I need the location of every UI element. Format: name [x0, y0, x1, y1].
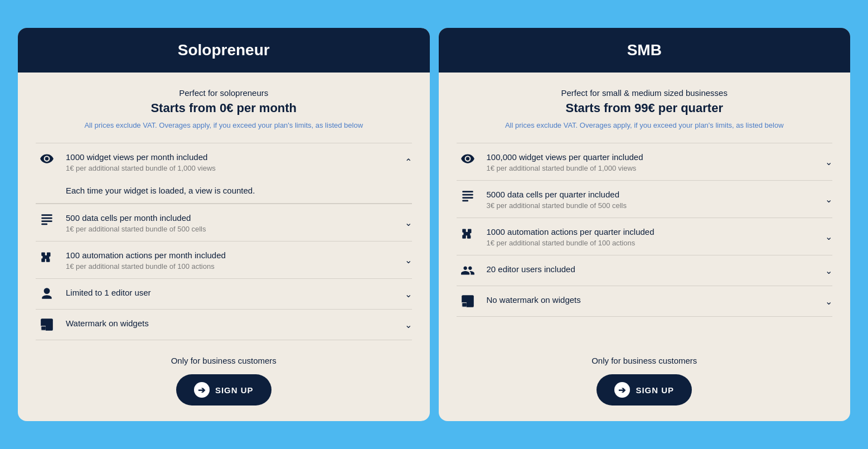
solopreneur-data-cells-subtitle: 1€ per additional started bundle of 500 …	[66, 225, 399, 233]
smb-title: SMB	[452, 41, 837, 59]
solopreneur-widget-views-title: 1000 widget views per month included	[66, 151, 399, 163]
smb-data-cells-item[interactable]: 5000 data cells per quarter included 3€ …	[457, 180, 833, 218]
solopreneur-widget-views-item[interactable]: 1000 widget views per month included 1€ …	[36, 143, 412, 180]
svg-rect-2	[41, 220, 52, 222]
solopreneur-watermark-title: Watermark on widgets	[66, 317, 399, 329]
smb-header: SMB	[439, 28, 851, 73]
data-icon	[36, 212, 58, 226]
solopreneur-user-item[interactable]: Limited to 1 editor user ⌄	[36, 278, 412, 309]
solopreneur-title: Solopreneur	[31, 41, 416, 59]
solopreneur-price: Starts from 0€ per month	[36, 101, 412, 115]
chevron-up-icon: ⌃	[405, 157, 412, 167]
smb-data-cells-text: 5000 data cells per quarter included 3€ …	[487, 189, 820, 210]
solopreneur-data-cells-text: 500 data cells per month included 1€ per…	[66, 212, 399, 233]
solopreneur-user-title: Limited to 1 editor user	[66, 287, 399, 298]
cards-wrapper: Solopreneur Perfect for solopreneurs Sta…	[9, 19, 859, 430]
smb-watermark-title: No watermark on widgets	[487, 294, 820, 306]
solopreneur-data-cells-title: 500 data cells per month included	[66, 212, 399, 224]
solopreneur-signup-label: SIGN UP	[215, 385, 254, 395]
users-icon	[457, 263, 479, 278]
svg-rect-1	[41, 218, 52, 219]
chevron-down-icon: ⌄	[405, 255, 412, 265]
chevron-down-icon: ⌄	[825, 231, 832, 242]
smb-automation-text: 1000 automation actions per quarter incl…	[487, 226, 820, 247]
solopreneur-signup-button[interactable]: ➔ SIGN UP	[176, 374, 271, 405]
smb-automation-item[interactable]: 1000 automation actions per quarter incl…	[457, 218, 833, 255]
solopreneur-subtitle: Perfect for solopreneurs	[36, 88, 412, 98]
chevron-down-icon: ⌄	[825, 265, 832, 276]
smb-automation-title: 1000 automation actions per quarter incl…	[487, 226, 820, 238]
smb-widget-views-subtitle: 1€ per additional started bundle of 1,00…	[487, 164, 820, 172]
smb-users-text: 20 editor users included	[487, 263, 820, 275]
smb-widget-views-text: 100,000 widget views per quarter include…	[487, 151, 820, 172]
solopreneur-automation-text: 100 automation actions per month include…	[66, 249, 399, 271]
svg-rect-7	[462, 191, 473, 192]
smb-vat-note: All prices exclude VAT. Overages apply, …	[457, 121, 833, 129]
eye-icon	[36, 151, 58, 166]
watermark-icon	[36, 317, 58, 332]
svg-rect-10	[462, 200, 468, 202]
smb-automation-subtitle: 1€ per additional started bundle of 100 …	[487, 239, 820, 247]
solopreneur-header: Solopreneur	[18, 28, 430, 73]
signup-arrow-icon: ➔	[194, 382, 210, 398]
automation-icon	[36, 249, 58, 264]
solopreneur-card: Solopreneur Perfect for solopreneurs Sta…	[18, 28, 430, 421]
solopreneur-body: Perfect for solopreneurs Starts from 0€ …	[18, 73, 430, 421]
chevron-down-icon: ⌄	[825, 296, 832, 307]
watermark-icon	[457, 294, 479, 308]
chevron-down-icon: ⌄	[825, 194, 832, 205]
smb-body: Perfect for small & medium sized busines…	[439, 73, 851, 421]
solopreneur-business-note: Only for business customers	[36, 356, 412, 365]
widget-views-expanded-note: Each time your widget is loaded, a view …	[36, 180, 412, 204]
svg-rect-8	[462, 194, 473, 196]
svg-rect-3	[41, 224, 47, 225]
solopreneur-user-text: Limited to 1 editor user	[66, 287, 399, 298]
smb-widget-views-title: 100,000 widget views per quarter include…	[487, 151, 820, 163]
smb-watermark-text: No watermark on widgets	[487, 294, 820, 306]
chevron-down-icon: ⌄	[825, 157, 832, 167]
smb-price: Starts from 99€ per quarter	[457, 101, 833, 115]
solopreneur-feature-list: 1000 widget views per month included 1€ …	[36, 143, 412, 340]
smb-watermark-item[interactable]: No watermark on widgets ⌄	[457, 286, 833, 317]
solopreneur-data-cells-item[interactable]: 500 data cells per month included 1€ per…	[36, 204, 412, 241]
data-icon	[457, 189, 479, 203]
chevron-down-icon: ⌄	[405, 320, 412, 330]
smb-widget-views-item[interactable]: 100,000 widget views per quarter include…	[457, 143, 833, 180]
solopreneur-automation-title: 100 automation actions per month include…	[66, 249, 399, 261]
smb-users-title: 20 editor users included	[487, 263, 820, 275]
chevron-down-icon: ⌄	[405, 218, 412, 228]
solopreneur-vat-note: All prices exclude VAT. Overages apply, …	[36, 121, 412, 129]
smb-feature-list: 100,000 widget views per quarter include…	[457, 143, 833, 340]
eye-icon	[457, 151, 479, 166]
signup-arrow-icon: ➔	[614, 382, 630, 398]
smb-card: SMB Perfect for small & medium sized bus…	[439, 28, 851, 421]
solopreneur-automation-item[interactable]: 100 automation actions per month include…	[36, 241, 412, 278]
smb-subtitle: Perfect for small & medium sized busines…	[457, 88, 833, 98]
smb-data-cells-subtitle: 3€ per additional started bundle of 500 …	[487, 201, 820, 210]
smb-business-note: Only for business customers	[457, 356, 833, 365]
smb-data-cells-title: 5000 data cells per quarter included	[487, 189, 820, 200]
svg-rect-0	[41, 214, 52, 216]
svg-rect-9	[462, 197, 473, 199]
user-icon	[36, 287, 58, 301]
chevron-down-icon: ⌄	[405, 289, 412, 300]
solopreneur-automation-subtitle: 1€ per additional started bundle of 100 …	[66, 262, 399, 271]
smb-signup-button[interactable]: ➔ SIGN UP	[597, 374, 692, 405]
svg-rect-6	[41, 326, 46, 330]
svg-rect-13	[462, 303, 467, 307]
solopreneur-watermark-item[interactable]: Watermark on widgets ⌄	[36, 309, 412, 340]
smb-signup-label: SIGN UP	[636, 385, 674, 395]
automation-icon	[457, 226, 479, 240]
solopreneur-widget-views-text: 1000 widget views per month included 1€ …	[66, 151, 399, 172]
solopreneur-widget-views-subtitle: 1€ per additional started bundle of 1,00…	[66, 164, 399, 172]
solopreneur-watermark-text: Watermark on widgets	[66, 317, 399, 329]
smb-users-item[interactable]: 20 editor users included ⌄	[457, 255, 833, 286]
